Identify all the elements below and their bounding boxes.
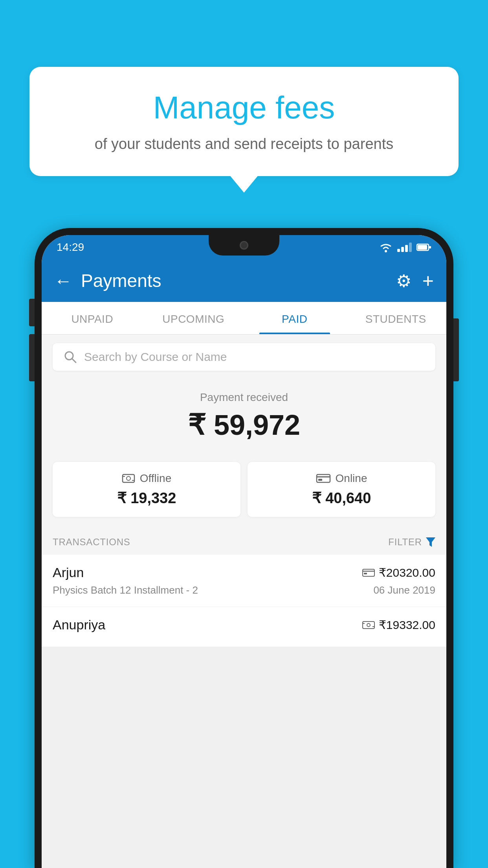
card-icon <box>316 473 331 484</box>
transaction-course: Physics Batch 12 Installment - 2 <box>53 584 198 596</box>
phone-notch <box>209 235 279 256</box>
transaction-amount-row: ₹20320.00 <box>362 566 435 579</box>
payment-received-section: Payment received ₹ 59,972 <box>42 379 446 462</box>
battery-icon <box>416 243 431 252</box>
bubble-title: Manage fees <box>49 90 439 125</box>
header-title: Payments <box>81 270 161 291</box>
tab-upcoming[interactable]: UPCOMING <box>143 302 244 334</box>
transaction-name: Anupriya <box>53 617 105 633</box>
svg-marker-13 <box>426 537 435 547</box>
svg-rect-2 <box>418 245 427 250</box>
offline-label: Offline <box>140 472 171 485</box>
phone-screen: 14:29 <box>42 235 446 868</box>
transaction-amount: ₹19332.00 <box>379 618 435 632</box>
transaction-amount: ₹20320.00 <box>379 566 435 579</box>
app-header: ← Payments ⚙ + <box>42 259 446 302</box>
payment-received-label: Payment received <box>53 391 435 404</box>
transaction-name: Arjun <box>53 565 84 580</box>
filter-button[interactable]: FILTER <box>388 537 435 548</box>
offline-card-header: Offline <box>61 472 232 485</box>
filter-label: FILTER <box>388 537 422 548</box>
cash-icon <box>122 473 135 484</box>
transaction-item[interactable]: Arjun ₹20320.00 Physics Batch 12 Install… <box>42 555 446 607</box>
offline-card: Offline ₹ 19,332 <box>53 462 240 517</box>
svg-rect-10 <box>317 474 330 482</box>
header-left: ← Payments <box>54 270 161 291</box>
transaction-date: 06 June 2019 <box>373 584 435 596</box>
status-icons <box>379 242 431 252</box>
online-card: Online ₹ 40,640 <box>248 462 435 517</box>
filter-icon <box>426 537 435 547</box>
card-payment-icon <box>362 568 375 577</box>
settings-icon[interactable]: ⚙ <box>396 271 411 291</box>
transaction-item[interactable]: Anupriya ₹19332.00 <box>42 607 446 647</box>
svg-point-0 <box>385 250 387 252</box>
tabs-bar: UNPAID UPCOMING PAID STUDENTS <box>42 302 446 335</box>
status-time: 14:29 <box>57 241 84 254</box>
online-amount: ₹ 40,640 <box>256 489 427 507</box>
transaction-row-top: Anupriya ₹19332.00 <box>53 617 435 633</box>
svg-point-18 <box>367 623 370 627</box>
online-label: Online <box>336 472 367 485</box>
back-button[interactable]: ← <box>54 270 72 291</box>
payment-cards: Offline ₹ 19,332 Online ₹ 40,640 <box>42 462 446 528</box>
svg-rect-17 <box>363 622 374 629</box>
svg-point-7 <box>127 476 130 480</box>
wifi-icon <box>379 242 393 252</box>
search-icon <box>64 350 77 364</box>
transactions-header: TRANSACTIONS FILTER <box>42 528 446 555</box>
tab-students[interactable]: STUDENTS <box>345 302 447 334</box>
bubble-subtitle: of your students and send receipts to pa… <box>49 134 439 154</box>
tab-paid[interactable]: PAID <box>244 302 345 334</box>
transaction-amount-row: ₹19332.00 <box>362 618 435 632</box>
search-input[interactable]: Search by Course or Name <box>84 350 227 364</box>
add-button[interactable]: + <box>422 269 434 292</box>
offline-amount: ₹ 19,332 <box>61 489 232 507</box>
search-bar[interactable]: Search by Course or Name <box>53 343 435 371</box>
header-actions: ⚙ + <box>396 269 434 292</box>
phone-frame: 14:29 <box>35 228 453 868</box>
svg-rect-6 <box>123 474 134 482</box>
svg-rect-12 <box>318 479 322 481</box>
cash-payment-icon <box>362 620 375 630</box>
search-bar-container: Search by Course or Name <box>42 335 446 379</box>
transaction-row-bottom: Physics Batch 12 Installment - 2 06 June… <box>53 584 435 596</box>
svg-rect-3 <box>429 246 431 248</box>
speech-bubble-card: Manage fees of your students and send re… <box>29 67 459 176</box>
svg-rect-16 <box>364 573 367 574</box>
camera-dot <box>240 241 248 250</box>
online-card-header: Online <box>256 472 427 485</box>
tab-unpaid[interactable]: UNPAID <box>42 302 143 334</box>
transactions-list: Arjun ₹20320.00 Physics Batch 12 Install… <box>42 555 446 647</box>
svg-line-5 <box>72 359 76 362</box>
transaction-row-top: Arjun ₹20320.00 <box>53 565 435 580</box>
transactions-label: TRANSACTIONS <box>53 537 130 548</box>
payment-amount-large: ₹ 59,972 <box>53 408 435 441</box>
signal-bars-icon <box>397 243 412 252</box>
